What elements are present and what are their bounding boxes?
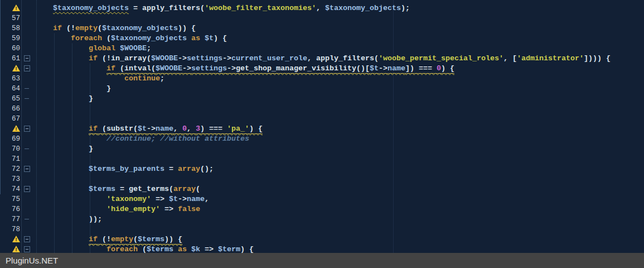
code-token (200, 34, 205, 42)
code-line[interactable]: 77)); (0, 214, 644, 224)
code-token: 'pa_' (227, 125, 249, 134)
code-line[interactable]: 66 (0, 104, 644, 114)
code-line[interactable]: 58if (!empty($taxonomy_objects)) { (0, 23, 644, 34)
code-token: 'woobe_permit_special_roles' (379, 54, 503, 63)
gutter-warning-cell: ! (0, 3, 20, 13)
code-line[interactable]: !if (!empty($terms)) { (0, 234, 644, 245)
fold-end-icon[interactable] (25, 88, 29, 89)
code-text: //continue; //without attributes (35, 134, 249, 144)
warning-icon[interactable]: ! (12, 4, 20, 11)
line-number: 63 (0, 74, 20, 84)
gutter-warning-cell: ! (0, 124, 20, 134)
code-token: array (178, 165, 200, 173)
code-token: ; (160, 74, 164, 83)
fold-collapse-icon[interactable] (24, 65, 30, 71)
code-text: if (!empty($taxonomy_objects)) { (35, 23, 196, 34)
code-line[interactable]: 60global $WOOBE; (0, 44, 644, 54)
code-token: $taxonomy_objects (53, 4, 129, 12)
code-line[interactable]: 57 (0, 13, 644, 23)
code-line[interactable]: 75'taxonomy' => $t->name, (0, 194, 644, 204)
fold-end-icon[interactable] (25, 219, 29, 219)
line-number: 66 (0, 104, 20, 114)
code-token: $k (191, 245, 200, 253)
line-number: 74 (0, 184, 20, 194)
code-line[interactable]: 64} (0, 84, 644, 94)
code-line[interactable]: 78 (0, 224, 644, 234)
code-token: $taxonomy_objects (102, 24, 178, 32)
code-token: $t (205, 34, 214, 42)
code-text: continue; (35, 74, 164, 84)
code-line[interactable]: 61if (!in_array($WOOBE->settings->curren… (0, 54, 644, 64)
code-token: if (89, 54, 98, 63)
line-number: 61 (0, 54, 20, 64)
code-text: foreach ($taxonomy_objects as $t) { (35, 34, 227, 44)
warning-icon[interactable]: ! (12, 125, 20, 132)
code-text: $terms_by_parents = array(); (35, 164, 214, 174)
code-line[interactable]: 76'hide_empty' => false (0, 204, 644, 214)
code-token: if (89, 235, 98, 245)
code-token: (!in_array( (98, 54, 151, 63)
code-line[interactable]: 74$terms = get_terms(array( (0, 184, 644, 194)
fold-collapse-icon[interactable] (24, 166, 30, 172)
code-text: } (35, 94, 93, 104)
line-number: 65 (0, 94, 20, 104)
line-number: 58 (0, 23, 20, 34)
code-editor: !$taxonomy_objects = apply_filters('woob… (0, 0, 644, 268)
code-token: ) === (200, 125, 227, 134)
code-token: $taxonomy_objects (111, 34, 187, 42)
code-line[interactable]: 67 (0, 114, 644, 124)
code-token: as (191, 34, 200, 42)
code-line[interactable]: !if (intval($WOOBE->settings->get_shop_m… (0, 64, 644, 74)
code-line[interactable]: 71 (0, 154, 644, 164)
code-token: ]))) { (584, 54, 611, 63)
code-token: (intval( (115, 64, 156, 74)
code-token: //continue; //without attributes (106, 135, 249, 143)
code-token: $terms (89, 185, 115, 193)
fold-collapse-icon[interactable] (24, 236, 30, 242)
code-token: name (187, 195, 205, 203)
fold-collapse-icon[interactable] (24, 246, 30, 252)
fold-collapse-icon[interactable] (24, 55, 30, 61)
code-token: ); (401, 4, 410, 12)
code-line[interactable]: 59foreach ($taxonomy_objects as $t) { (0, 34, 644, 44)
code-token: $t (370, 64, 379, 74)
code-token: ( (196, 185, 200, 193)
code-line[interactable]: 73 (0, 174, 644, 184)
code-token: = get_terms( (115, 185, 173, 193)
line-number: 57 (0, 13, 20, 23)
code-token: => (200, 245, 218, 253)
code-token: -> (182, 64, 191, 74)
code-token: )) { (164, 235, 182, 245)
code-token: , (316, 4, 325, 12)
code-text: 'hide_empty' => false (35, 204, 200, 214)
line-number: 78 (0, 224, 20, 234)
code-token: continue (124, 74, 160, 83)
code-text: if (!in_array($WOOBE->settings->current_… (35, 54, 611, 64)
code-token: foreach (106, 245, 138, 253)
code-token: ; (147, 44, 151, 52)
code-line[interactable]: 72$terms_by_parents = array(); (0, 164, 644, 174)
code-token: settings (187, 54, 222, 63)
fold-end-icon[interactable] (25, 98, 29, 99)
code-text: $taxonomy_objects = apply_filters('woobe… (35, 3, 410, 13)
fold-collapse-icon[interactable] (24, 126, 30, 132)
code-token: global (89, 44, 115, 52)
fold-end-icon[interactable] (25, 149, 29, 149)
code-line[interactable]: 70} (0, 144, 644, 154)
warning-icon[interactable]: ! (12, 65, 20, 71)
code-token: -> (222, 54, 231, 63)
warning-icon[interactable]: ! (12, 236, 20, 242)
code-token: foreach (71, 34, 102, 42)
fold-collapse-icon[interactable] (24, 186, 30, 192)
code-token: , (205, 195, 209, 203)
code-token: 'hide_empty' (106, 205, 160, 213)
code-text: )); (35, 214, 102, 224)
code-line[interactable]: 69//continue; //without attributes (0, 134, 644, 144)
code-text: 'taxonomy' => $t->name, (35, 194, 209, 204)
code-line[interactable]: 63continue; (0, 74, 644, 84)
code-token: -> (178, 54, 187, 63)
warning-icon[interactable]: ! (12, 246, 20, 252)
code-line[interactable]: !$taxonomy_objects = apply_filters('woob… (0, 3, 644, 13)
code-line[interactable]: 65} (0, 94, 644, 104)
code-line[interactable]: !if (substr($t->name, 0, 3) === 'pa_') { (0, 124, 644, 134)
